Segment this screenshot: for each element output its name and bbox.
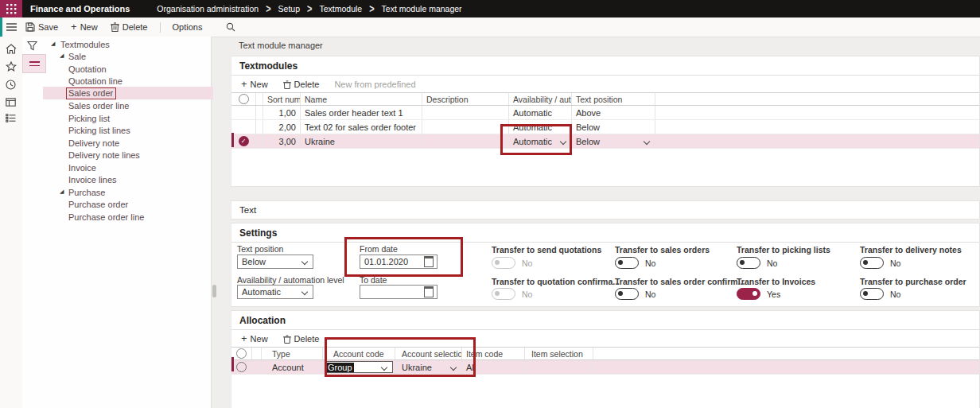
tree-item-delivery-note-lines[interactable]: Delivery note lines [43,149,212,161]
tree-scrollbar-thumb[interactable] [212,285,216,297]
toggle-transfer-picking-lists[interactable] [737,257,760,269]
column-header-text-position[interactable]: Text position [572,93,655,105]
select-all-radio[interactable] [231,348,252,359]
grid-delete-button[interactable]: Delete [283,80,320,89]
breadcrumb-item[interactable]: Setup [278,4,300,14]
availability-dropdown-cell[interactable]: Automatic [509,134,572,148]
column-header-type[interactable]: Type [262,348,323,359]
select-all-radio[interactable] [231,93,256,105]
to-date-input[interactable] [360,285,438,299]
to-date-label: To date [360,275,387,285]
modules-list-icon[interactable] [6,111,16,126]
row-radio[interactable] [231,360,252,374]
command-bar: Save + New Delete Options [0,17,980,37]
chevron-down-icon [381,363,387,370]
nav-rail [0,37,23,408]
delete-button[interactable]: Delete [111,22,148,32]
plus-icon: + [71,23,77,31]
expand-triangle-icon[interactable]: ◢ [60,52,64,59]
toggle-label: Transfer to sales order confirm... [615,277,745,286]
section-title: Textmodules [231,56,979,75]
save-button[interactable]: Save [25,22,58,32]
breadcrumb-item[interactable]: Text module manager [382,4,462,14]
column-header-account-code[interactable]: Account code [323,348,395,359]
availability-select[interactable]: Automatic [237,285,313,299]
calendar-icon[interactable] [424,256,434,267]
tree-item-textmodules[interactable]: ◢Textmodules [43,38,212,50]
allocation-new-button[interactable]: +New [241,334,268,344]
account-selection-dropdown-cell[interactable]: Ukraine [395,360,462,374]
toggle-transfer-delivery-notes[interactable] [860,257,884,269]
tree-item-purchase-order[interactable]: Purchase order [43,198,212,210]
tree-item-delivery-note[interactable]: Delivery note [43,137,212,149]
column-header-sort[interactable]: Sort num... [263,93,301,105]
calendar-icon[interactable] [424,286,434,297]
tree-item-picking-list[interactable]: Picking list [43,112,212,124]
tree-item-invoice-lines[interactable]: Invoice lines [43,173,212,185]
check-icon: ✓ [239,136,249,146]
row-selected-check[interactable]: ✓ [231,134,256,148]
toggle-label: Transfer to Invoices [737,277,815,286]
waffle-menu-icon[interactable] [0,0,22,17]
column-header-name[interactable]: Name [301,93,422,105]
tree-item-invoice[interactable]: Invoice [43,161,212,173]
text-position-select[interactable]: Below [237,255,313,269]
toggle-label: Transfer to quotation confirma... [492,277,620,286]
tree-item-picking-list-lines[interactable]: Picking list lines [43,124,212,136]
column-header-item-code[interactable]: Item code [462,348,525,359]
tree-item-sales-order[interactable]: Sales order [43,87,212,99]
toggle-transfer-invoices[interactable] [737,288,760,300]
search-icon[interactable] [226,22,235,32]
from-date-input[interactable]: 01.01.2020 [360,255,438,269]
toggle-transfer-purchase-order[interactable] [860,288,884,300]
expand-triangle-icon[interactable]: ◢ [51,41,55,47]
settings-section: Settings Text position Below Availabilit… [231,223,980,307]
clock-icon[interactable] [6,79,16,93]
filter-icon[interactable] [27,40,37,54]
allocation-row-selected[interactable]: Account Group Ukraine All [231,360,979,375]
tree-item-sale[interactable]: ◢Sale [43,50,212,62]
text-position-dropdown-cell[interactable]: Below [572,134,655,148]
allocation-delete-button[interactable]: Delete [283,334,320,344]
toggle-transfer-sales-order-confirmation[interactable] [615,288,639,300]
save-icon [25,22,35,32]
tree-item-quotation-line[interactable]: Quotation line [43,75,212,87]
chevron-down-icon [450,363,457,370]
star-icon[interactable] [6,60,17,75]
allocation-section: Allocation +New Delete Type Account code… [231,310,980,408]
section-title: Settings [231,223,979,242]
tree-item-quotation[interactable]: Quotation [43,63,212,75]
hamburger-icon[interactable] [0,23,22,31]
new-from-predefined-button[interactable]: New from predefined [334,80,415,89]
column-header-item-selection[interactable]: Item selection [525,348,593,359]
toggle-transfer-send-quotations [492,257,515,269]
text-position-label: Text position [237,244,283,254]
column-header-description[interactable]: Description [422,93,509,105]
text-section[interactable]: Text [231,200,980,220]
new-button[interactable]: + New [71,22,98,32]
breadcrumb-item[interactable]: Textmodule [319,4,362,14]
tree-item-purchase[interactable]: ◢Purchase [43,186,212,198]
tree-item-sales-order-line[interactable]: Sales order line [43,99,212,111]
tree-item-purchase-order-line[interactable]: Purchase order line [43,211,212,223]
workspace-icon[interactable] [6,95,16,110]
account-code-combo-cell[interactable]: Group [323,360,395,374]
table-row[interactable]: 2,00 Text 02 for sales order footer Auto… [231,120,979,134]
plus-icon: + [241,335,247,343]
expand-triangle-icon[interactable]: ◢ [60,188,64,195]
breadcrumb-separator: > [266,2,270,15]
home-icon[interactable] [6,43,17,57]
account-code-editor[interactable]: Group [325,361,393,373]
table-row[interactable]: 1,00 Sales order header text 1 Automatic… [231,106,979,120]
page-title: Text module manager [239,41,323,50]
options-button[interactable]: Options [172,22,202,32]
grid-new-button[interactable]: +New [241,80,268,89]
toggle-transfer-sales-orders[interactable] [615,257,639,269]
from-date-label: From date [360,244,398,254]
breadcrumb-item[interactable]: Organisation administration [157,4,259,14]
column-header-availability[interactable]: Availability / auto... [509,93,572,105]
toggle-label: Transfer to purchase order [860,277,966,286]
breadcrumb: Organisation administration > Setup > Te… [157,4,461,14]
column-header-account-selection[interactable]: Account selection [395,348,462,359]
table-row-selected[interactable]: ✓ 3,00 Ukraine Automatic Below [231,134,979,149]
